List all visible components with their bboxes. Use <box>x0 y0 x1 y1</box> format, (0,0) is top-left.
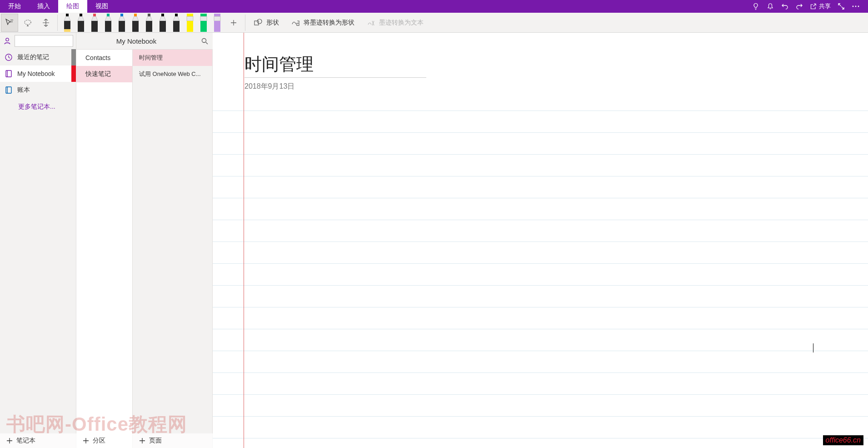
lasso-tool-button[interactable] <box>19 14 36 32</box>
svg-rect-8 <box>80 14 82 16</box>
add-section-button[interactable]: 分区 <box>76 433 133 448</box>
pen-5[interactable] <box>129 14 142 32</box>
fullscreen-icon[interactable] <box>837 2 845 10</box>
svg-marker-27 <box>160 16 166 21</box>
note-title[interactable]: 时间管理 <box>244 53 314 76</box>
page-item-0[interactable]: 时间管理 <box>133 50 212 66</box>
svg-rect-40 <box>214 21 220 32</box>
svg-marker-12 <box>91 16 98 21</box>
ink-to-shape-button[interactable]: 将墨迹转换为形状 <box>285 14 360 32</box>
add-notebook-button[interactable]: 笔记本 <box>0 433 76 448</box>
svg-rect-19 <box>119 21 125 32</box>
recent-notes-item[interactable]: 最近的笔记 <box>0 49 76 65</box>
tab-insert[interactable]: 插入 <box>29 0 58 13</box>
ribbon-title-bar: 开始 插入 绘图 视图 共享 <box>0 0 868 13</box>
search-button[interactable] <box>196 33 213 49</box>
add-page-button[interactable]: 页面 <box>133 433 213 448</box>
pen-gallery <box>60 14 224 32</box>
svg-rect-26 <box>161 14 164 16</box>
highlighter-11[interactable] <box>210 14 224 32</box>
plus-icon <box>83 438 89 444</box>
svg-marker-9 <box>78 16 84 21</box>
redo-icon[interactable] <box>795 2 803 10</box>
shapes-button[interactable]: 形状 <box>248 14 284 32</box>
svg-rect-13 <box>91 21 98 32</box>
svg-rect-11 <box>93 14 96 16</box>
app-body: 最近的笔记 My Notebook 账本 更多笔记本... My Noteboo… <box>0 33 868 448</box>
section-item-0[interactable]: Contacts <box>76 50 132 66</box>
pages-list: 时间管理试用 OneNote Web C... <box>133 50 213 448</box>
svg-marker-36 <box>200 16 207 21</box>
svg-rect-23 <box>148 14 150 16</box>
svg-rect-37 <box>200 21 207 32</box>
pen-6[interactable] <box>142 14 156 32</box>
pen-7[interactable] <box>156 14 170 32</box>
highlighter-9[interactable] <box>183 14 197 32</box>
svg-rect-25 <box>146 21 152 32</box>
title-actions: 共享 <box>752 0 868 13</box>
ruled-background <box>213 89 868 448</box>
svg-rect-35 <box>200 14 207 16</box>
tab-view[interactable]: 视图 <box>87 0 116 13</box>
highlighter-10[interactable] <box>197 14 210 32</box>
ink-to-shape-label: 将墨迹转换为形状 <box>304 19 354 27</box>
svg-marker-33 <box>187 16 193 21</box>
svg-point-1 <box>855 6 857 7</box>
tab-draw[interactable]: 绘图 <box>58 0 87 13</box>
svg-marker-21 <box>132 16 139 21</box>
add-notebook-label: 笔记本 <box>16 437 35 445</box>
svg-marker-30 <box>173 16 180 21</box>
svg-rect-32 <box>187 14 193 16</box>
ribbon-draw: 形状 将墨迹转换为形状 墨迹转换为文本 <box>0 13 868 33</box>
svg-rect-34 <box>187 21 193 32</box>
undo-icon[interactable] <box>781 2 789 10</box>
notebook-item-0[interactable]: My Notebook <box>0 65 76 82</box>
search-icon <box>201 37 208 45</box>
share-button[interactable]: 共享 <box>810 2 831 10</box>
more-icon[interactable] <box>852 2 860 10</box>
pen-4[interactable] <box>115 14 129 32</box>
svg-rect-10 <box>78 21 84 32</box>
svg-point-0 <box>853 6 854 7</box>
pen-3[interactable] <box>101 14 115 32</box>
pen-0[interactable] <box>60 14 74 32</box>
svg-point-44 <box>6 38 9 41</box>
add-pen-button[interactable] <box>225 19 242 26</box>
svg-rect-46 <box>6 70 11 77</box>
svg-rect-38 <box>214 14 220 16</box>
clock-icon <box>5 53 13 61</box>
pen-1[interactable] <box>74 14 88 32</box>
section-item-1[interactable]: 快速笔记 <box>76 66 132 82</box>
svg-rect-7 <box>64 29 70 32</box>
svg-point-2 <box>858 6 859 7</box>
select-tool-button[interactable] <box>1 14 18 32</box>
notebook-title[interactable]: My Notebook <box>76 33 196 49</box>
title-underline <box>244 77 426 78</box>
notebook-label: My Notebook <box>17 70 55 77</box>
plus-icon <box>139 438 145 444</box>
notifications-icon[interactable] <box>766 2 774 10</box>
plus-icon <box>6 438 13 444</box>
pen-8[interactable] <box>170 14 183 32</box>
add-page-label: 页面 <box>149 437 162 445</box>
notebook-header: My Notebook <box>76 33 213 50</box>
more-notebooks-link[interactable]: 更多笔记本... <box>0 98 76 111</box>
svg-rect-20 <box>134 14 137 16</box>
page-canvas[interactable]: 时间管理 2018年9月13日 <box>213 33 868 448</box>
user-icon[interactable] <box>3 36 12 45</box>
svg-rect-47 <box>6 87 11 93</box>
svg-marker-5 <box>64 16 70 21</box>
pen-2[interactable] <box>88 14 101 32</box>
notebook-icon <box>5 70 13 78</box>
page-item-1[interactable]: 试用 OneNote Web C... <box>133 66 212 82</box>
note-date[interactable]: 2018年9月13日 <box>244 82 294 91</box>
tab-home[interactable]: 开始 <box>0 0 29 13</box>
notebook-item-1[interactable]: 账本 <box>0 82 76 98</box>
insert-space-button[interactable] <box>37 14 55 32</box>
account-search-box[interactable] <box>15 35 73 47</box>
svg-marker-15 <box>105 16 111 21</box>
notebook-nav: 最近的笔记 My Notebook 账本 更多笔记本... <box>0 33 76 448</box>
svg-rect-31 <box>173 21 180 32</box>
lightbulb-icon[interactable] <box>752 2 760 10</box>
ink-to-text-button: 墨迹转换为文本 <box>361 14 429 32</box>
